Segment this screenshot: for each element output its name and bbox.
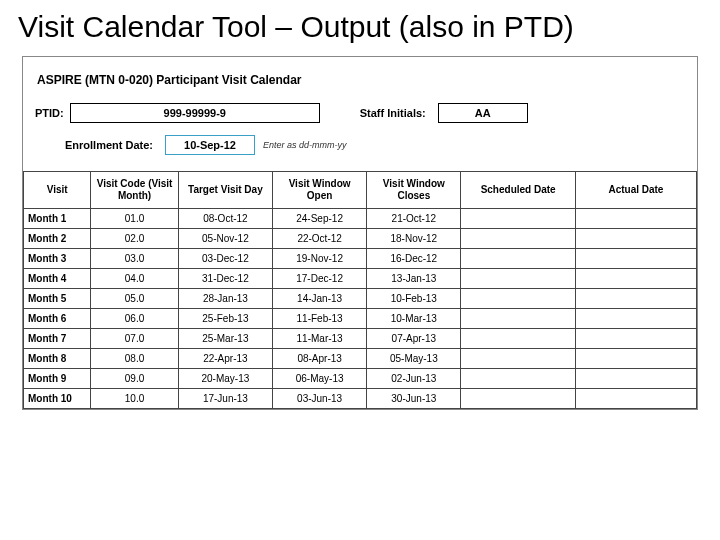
- col-header-visit: Visit: [24, 172, 91, 209]
- table-row: Month 101.008-Oct-1224-Sep-1221-Oct-12: [24, 209, 697, 229]
- cell-window-close: 21-Oct-12: [367, 209, 461, 229]
- col-header-actual: Actual Date: [575, 172, 696, 209]
- cell-scheduled-date[interactable]: [461, 249, 575, 269]
- cell-actual-date[interactable]: [575, 209, 696, 229]
- table-header-row: Visit Visit Code (Visit Month) Target Vi…: [24, 172, 697, 209]
- cell-target-date: 31-Dec-12: [178, 269, 272, 289]
- calendar-title: ASPIRE (MTN 0-020) Participant Visit Cal…: [37, 73, 685, 87]
- cell-window-close: 30-Jun-13: [367, 389, 461, 409]
- cell-target-date: 17-Jun-13: [178, 389, 272, 409]
- enrollment-row: Enrollment Date: 10-Sep-12 Enter as dd-m…: [65, 135, 685, 155]
- cell-window-close: 13-Jan-13: [367, 269, 461, 289]
- cell-window-close: 10-Mar-13: [367, 309, 461, 329]
- cell-target-date: 20-May-13: [178, 369, 272, 389]
- cell-visit: Month 8: [24, 349, 91, 369]
- cell-visit-code: 04.0: [91, 269, 178, 289]
- cell-window-open: 03-Jun-13: [273, 389, 367, 409]
- cell-window-open: 24-Sep-12: [273, 209, 367, 229]
- cell-visit-code: 09.0: [91, 369, 178, 389]
- cell-visit: Month 3: [24, 249, 91, 269]
- cell-window-close: 05-May-13: [367, 349, 461, 369]
- cell-visit: Month 2: [24, 229, 91, 249]
- cell-visit: Month 9: [24, 369, 91, 389]
- cell-actual-date[interactable]: [575, 389, 696, 409]
- ptid-field[interactable]: 999-99999-9: [70, 103, 320, 123]
- cell-target-date: 05-Nov-12: [178, 229, 272, 249]
- cell-visit-code: 07.0: [91, 329, 178, 349]
- cell-visit-code: 10.0: [91, 389, 178, 409]
- cell-target-date: 25-Mar-13: [178, 329, 272, 349]
- table-row: Month 303.003-Dec-1219-Nov-1216-Dec-12: [24, 249, 697, 269]
- cell-actual-date[interactable]: [575, 309, 696, 329]
- cell-window-open: 19-Nov-12: [273, 249, 367, 269]
- table-row: Month 808.022-Apr-1308-Apr-1305-May-13: [24, 349, 697, 369]
- cell-scheduled-date[interactable]: [461, 309, 575, 329]
- cell-window-close: 02-Jun-13: [367, 369, 461, 389]
- staff-initials-label: Staff Initials:: [360, 107, 426, 119]
- col-header-target: Target Visit Day: [178, 172, 272, 209]
- table-row: Month 606.025-Feb-1311-Feb-1310-Mar-13: [24, 309, 697, 329]
- cell-window-open: 17-Dec-12: [273, 269, 367, 289]
- cell-window-close: 16-Dec-12: [367, 249, 461, 269]
- table-row: Month 202.005-Nov-1222-Oct-1218-Nov-12: [24, 229, 697, 249]
- cell-window-open: 06-May-13: [273, 369, 367, 389]
- calendar-document: ASPIRE (MTN 0-020) Participant Visit Cal…: [22, 56, 698, 410]
- cell-visit-code: 03.0: [91, 249, 178, 269]
- col-header-close: Visit Window Closes: [367, 172, 461, 209]
- cell-scheduled-date[interactable]: [461, 209, 575, 229]
- cell-actual-date[interactable]: [575, 289, 696, 309]
- cell-actual-date[interactable]: [575, 229, 696, 249]
- cell-target-date: 03-Dec-12: [178, 249, 272, 269]
- col-header-code: Visit Code (Visit Month): [91, 172, 178, 209]
- slide: Visit Calendar Tool – Output (also in PT…: [0, 0, 720, 540]
- col-header-scheduled: Scheduled Date: [461, 172, 575, 209]
- cell-visit-code: 08.0: [91, 349, 178, 369]
- visit-schedule-table: Visit Visit Code (Visit Month) Target Vi…: [23, 171, 697, 409]
- table-row: Month 707.025-Mar-1311-Mar-1307-Apr-13: [24, 329, 697, 349]
- cell-scheduled-date[interactable]: [461, 389, 575, 409]
- cell-scheduled-date[interactable]: [461, 229, 575, 249]
- cell-actual-date[interactable]: [575, 269, 696, 289]
- cell-visit: Month 5: [24, 289, 91, 309]
- staff-initials-field[interactable]: AA: [438, 103, 528, 123]
- cell-target-date: 22-Apr-13: [178, 349, 272, 369]
- ptid-label: PTID:: [35, 107, 64, 119]
- cell-window-open: 11-Mar-13: [273, 329, 367, 349]
- cell-scheduled-date[interactable]: [461, 329, 575, 349]
- cell-target-date: 25-Feb-13: [178, 309, 272, 329]
- table-row: Month 909.020-May-1306-May-1302-Jun-13: [24, 369, 697, 389]
- cell-visit-code: 02.0: [91, 229, 178, 249]
- cell-scheduled-date[interactable]: [461, 289, 575, 309]
- cell-actual-date[interactable]: [575, 249, 696, 269]
- enrollment-date-hint: Enter as dd-mmm-yy: [263, 140, 347, 150]
- table-row: Month 505.028-Jan-1314-Jan-1310-Feb-13: [24, 289, 697, 309]
- table-row: Month 404.031-Dec-1217-Dec-1213-Jan-13: [24, 269, 697, 289]
- cell-window-close: 07-Apr-13: [367, 329, 461, 349]
- col-header-open: Visit Window Open: [273, 172, 367, 209]
- cell-actual-date[interactable]: [575, 369, 696, 389]
- page-title: Visit Calendar Tool – Output (also in PT…: [18, 10, 720, 44]
- cell-visit-code: 06.0: [91, 309, 178, 329]
- cell-visit: Month 1: [24, 209, 91, 229]
- cell-actual-date[interactable]: [575, 349, 696, 369]
- enrollment-date-field[interactable]: 10-Sep-12: [165, 135, 255, 155]
- cell-window-open: 08-Apr-13: [273, 349, 367, 369]
- cell-visit-code: 05.0: [91, 289, 178, 309]
- calendar-document-inner: ASPIRE (MTN 0-020) Participant Visit Cal…: [23, 57, 697, 155]
- cell-visit: Month 10: [24, 389, 91, 409]
- cell-window-close: 18-Nov-12: [367, 229, 461, 249]
- cell-scheduled-date[interactable]: [461, 349, 575, 369]
- cell-visit-code: 01.0: [91, 209, 178, 229]
- cell-visit: Month 6: [24, 309, 91, 329]
- cell-target-date: 08-Oct-12: [178, 209, 272, 229]
- cell-visit: Month 4: [24, 269, 91, 289]
- cell-window-open: 22-Oct-12: [273, 229, 367, 249]
- enrollment-date-label: Enrollment Date:: [65, 139, 153, 151]
- cell-scheduled-date[interactable]: [461, 269, 575, 289]
- cell-window-open: 14-Jan-13: [273, 289, 367, 309]
- cell-window-open: 11-Feb-13: [273, 309, 367, 329]
- cell-actual-date[interactable]: [575, 329, 696, 349]
- cell-target-date: 28-Jan-13: [178, 289, 272, 309]
- cell-scheduled-date[interactable]: [461, 369, 575, 389]
- ptid-row: PTID: 999-99999-9 Staff Initials: AA: [35, 103, 685, 123]
